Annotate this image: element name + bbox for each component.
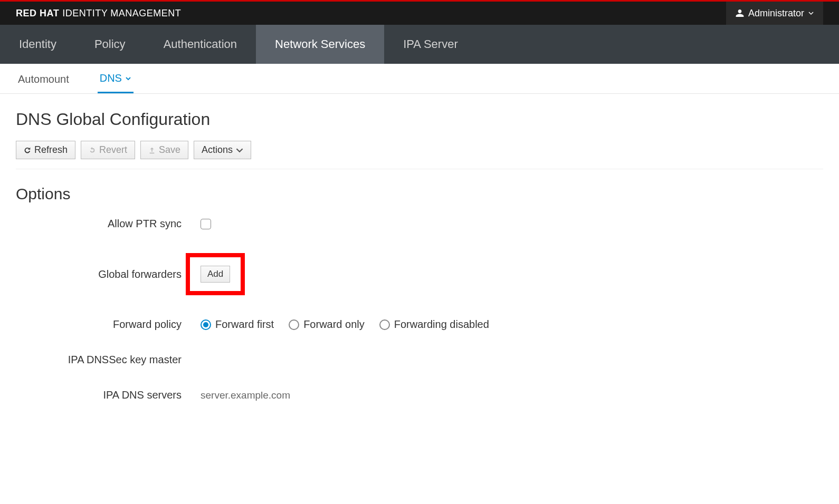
content-area: DNS Global Configuration Refresh Revert … (0, 94, 839, 440)
chevron-down-icon (808, 11, 814, 16)
subnav-label: Automount (18, 73, 69, 85)
radio-forwarding-disabled[interactable]: Forwarding disabled (379, 318, 489, 331)
main-nav: Identity Policy Authentication Network S… (0, 25, 839, 64)
radio-label: Forward first (215, 318, 274, 331)
highlight-add-forwarder: Add (186, 253, 245, 295)
radio-icon (289, 319, 299, 330)
page-title: DNS Global Configuration (16, 110, 823, 129)
brand-logo[interactable]: RED HAT IDENTITY MANAGEMENT (16, 8, 181, 19)
chevron-down-icon (236, 147, 243, 154)
actions-button[interactable]: Actions (194, 141, 251, 159)
label-allow-ptr-sync: Allow PTR sync (16, 218, 201, 230)
upload-icon (148, 147, 156, 154)
label-forward-policy: Forward policy (16, 318, 201, 331)
user-icon (736, 9, 744, 17)
nav-authentication[interactable]: Authentication (145, 25, 256, 64)
subnav-automount[interactable]: Automount (16, 64, 71, 93)
label-global-forwarders: Global forwarders (16, 268, 201, 280)
button-label: Refresh (34, 144, 68, 156)
label-dnssec-key-master: IPA DNSSec key master (16, 354, 201, 366)
header-bar: RED HAT IDENTITY MANAGEMENT Administrato… (0, 2, 839, 25)
row-global-forwarders: Global forwarders Add (16, 253, 823, 295)
user-menu[interactable]: Administrator (726, 2, 823, 25)
toolbar: Refresh Revert Save Actions (16, 141, 823, 169)
revert-icon (89, 147, 96, 154)
row-dnssec-key-master: IPA DNSSec key master (16, 354, 823, 366)
button-label: Actions (202, 144, 233, 156)
radio-forward-only[interactable]: Forward only (289, 318, 365, 331)
nav-network-services[interactable]: Network Services (256, 25, 384, 64)
nav-identity[interactable]: Identity (0, 25, 75, 64)
label-ipa-dns-servers: IPA DNS servers (16, 389, 201, 401)
button-label: Save (159, 144, 180, 156)
nav-policy[interactable]: Policy (75, 25, 145, 64)
options-section-title: Options (16, 185, 823, 203)
checkbox-allow-ptr-sync[interactable] (201, 219, 211, 229)
radio-forward-first[interactable]: Forward first (201, 318, 274, 331)
radio-label: Forward only (303, 318, 365, 331)
row-ipa-dns-servers: IPA DNS servers server.example.com (16, 389, 823, 401)
row-forward-policy: Forward policy Forward first Forward onl… (16, 318, 823, 331)
button-label: Revert (99, 144, 127, 156)
radio-label: Forwarding disabled (394, 318, 489, 331)
nav-ipa-server[interactable]: IPA Server (384, 25, 477, 64)
add-forwarder-button[interactable]: Add (201, 266, 230, 283)
refresh-icon (24, 147, 31, 154)
radio-icon (379, 319, 390, 330)
value-ipa-dns-servers: server.example.com (201, 390, 290, 401)
chevron-down-icon (125, 75, 131, 82)
user-name: Administrator (748, 8, 804, 19)
sub-nav: Automount DNS (0, 64, 839, 94)
revert-button[interactable]: Revert (81, 141, 135, 159)
brand-rest-text: IDENTITY MANAGEMENT (62, 8, 181, 19)
subnav-dns[interactable]: DNS (98, 64, 134, 93)
radio-icon (201, 319, 211, 330)
refresh-button[interactable]: Refresh (16, 141, 75, 159)
brand-red-text: RED HAT (16, 8, 59, 19)
subnav-label: DNS (100, 72, 122, 84)
save-button[interactable]: Save (140, 141, 188, 159)
row-allow-ptr-sync: Allow PTR sync (16, 218, 823, 230)
